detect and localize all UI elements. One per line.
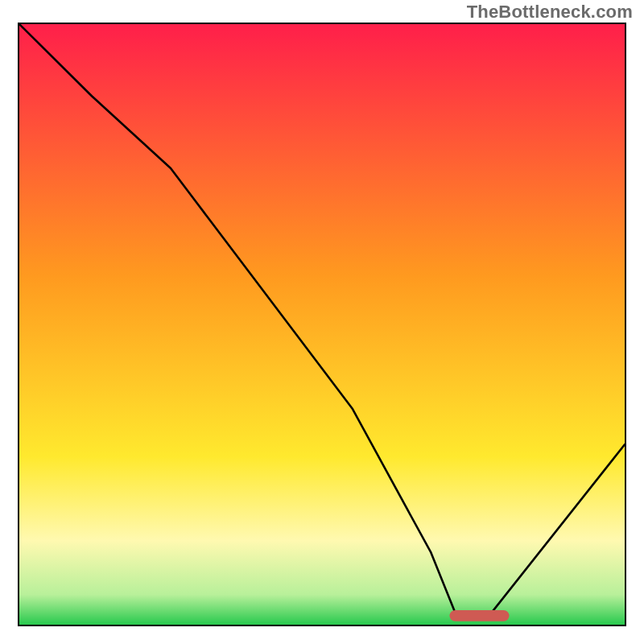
chart-frame: TheBottleneck.com xyxy=(0,0,644,644)
watermark-text: TheBottleneck.com xyxy=(467,2,633,23)
plot-svg xyxy=(19,24,625,625)
plot-area xyxy=(18,23,626,626)
